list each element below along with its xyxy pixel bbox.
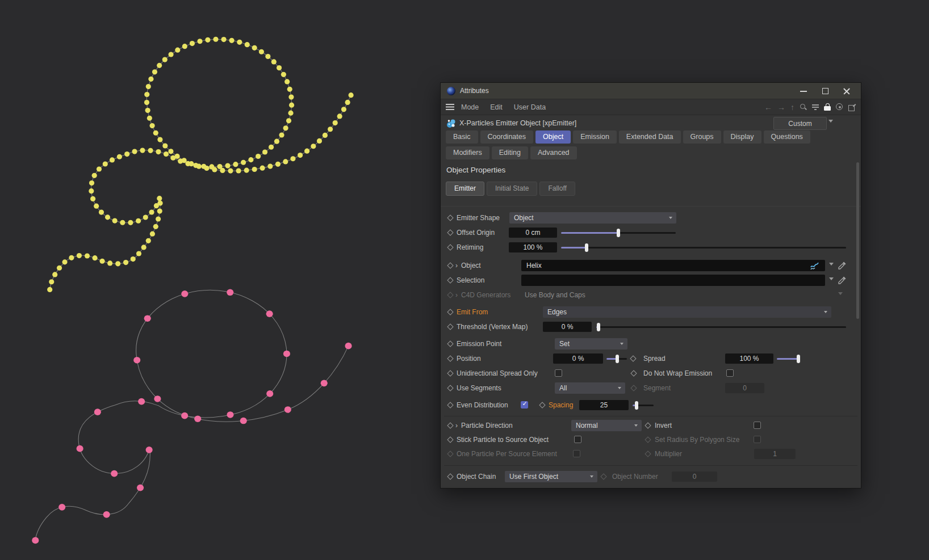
menu-user-data[interactable]: User Data bbox=[514, 103, 546, 111]
tab-row-1: Basic Coordinates Object Emission Extend… bbox=[446, 130, 857, 144]
object-dropdown-icon[interactable] bbox=[829, 263, 834, 266]
spread-input[interactable]: 100 % bbox=[725, 353, 773, 364]
emitter-shape-dropdown[interactable]: Object bbox=[509, 212, 676, 224]
even-distribution-checkbox[interactable] bbox=[521, 401, 528, 409]
offset-origin-input[interactable]: 0 cm bbox=[509, 228, 557, 238]
particle-direction-label: Particle Direction bbox=[461, 418, 513, 433]
use-segments-dropdown[interactable]: All bbox=[555, 382, 625, 394]
subtab-emitter[interactable]: Emitter bbox=[446, 182, 484, 196]
threshold-slider[interactable] bbox=[596, 326, 846, 328]
particle-dot bbox=[162, 57, 168, 62]
param-diamond-icon[interactable] bbox=[447, 385, 453, 391]
expand-arrow-icon[interactable] bbox=[455, 418, 458, 433]
param-diamond-icon[interactable] bbox=[630, 370, 637, 376]
particle-dot bbox=[245, 42, 250, 47]
retiming-input[interactable]: 100 % bbox=[509, 242, 557, 252]
param-diamond-icon[interactable] bbox=[539, 402, 545, 408]
new-window-icon[interactable] bbox=[848, 104, 855, 111]
tab-emission[interactable]: Emission bbox=[573, 130, 617, 144]
param-diamond-icon[interactable] bbox=[447, 262, 453, 268]
param-diamond-icon[interactable] bbox=[645, 422, 651, 428]
target-icon[interactable] bbox=[836, 103, 843, 111]
param-diamond-icon bbox=[645, 450, 651, 457]
param-diamond-icon[interactable] bbox=[447, 229, 453, 235]
spread-slider[interactable] bbox=[777, 358, 798, 360]
tab-object[interactable]: Object bbox=[535, 130, 571, 144]
tab-display[interactable]: Display bbox=[723, 130, 761, 144]
hamburger-menu-icon[interactable] bbox=[446, 104, 454, 110]
back-arrow-icon[interactable]: ← bbox=[764, 103, 772, 111]
tab-modifiers[interactable]: Modifiers bbox=[446, 146, 489, 159]
subtab-falloff[interactable]: Falloff bbox=[539, 182, 575, 196]
tab-basic[interactable]: Basic bbox=[446, 130, 478, 144]
do-not-wrap-checkbox[interactable] bbox=[726, 369, 734, 377]
particle-dot bbox=[323, 133, 328, 138]
spline-curve[interactable] bbox=[35, 290, 348, 540]
particle-dot bbox=[194, 415, 201, 422]
param-diamond-icon[interactable] bbox=[447, 323, 453, 330]
param-diamond-icon[interactable] bbox=[447, 309, 453, 315]
offset-origin-slider[interactable] bbox=[561, 232, 676, 234]
tab-advanced[interactable]: Advanced bbox=[530, 146, 577, 159]
particle-dot bbox=[221, 37, 226, 42]
titlebar[interactable]: Attributes bbox=[441, 83, 861, 99]
param-diamond-icon[interactable] bbox=[447, 473, 453, 479]
position-input[interactable]: 0 % bbox=[553, 353, 603, 364]
up-arrow-icon[interactable]: ↑ bbox=[790, 103, 794, 111]
param-diamond-icon[interactable] bbox=[447, 214, 453, 221]
object-chain-dropdown[interactable]: Use First Object bbox=[505, 471, 597, 482]
tab-coordinates[interactable]: Coordinates bbox=[480, 130, 533, 144]
particle-dot bbox=[153, 224, 158, 229]
menu-edit[interactable]: Edit bbox=[490, 103, 503, 111]
particle-dot bbox=[274, 139, 279, 144]
eyedropper-icon[interactable] bbox=[838, 276, 847, 285]
eyedropper-icon[interactable] bbox=[838, 261, 847, 270]
search-icon[interactable] bbox=[800, 103, 807, 111]
preset-dropdown-icon[interactable] bbox=[828, 120, 833, 123]
expand-arrow-icon[interactable] bbox=[455, 258, 458, 273]
scrollbar[interactable] bbox=[856, 162, 859, 319]
param-diamond-icon[interactable] bbox=[447, 370, 453, 376]
lock-icon[interactable] bbox=[824, 103, 831, 111]
tab-extended-data[interactable]: Extended Data bbox=[619, 130, 681, 144]
forward-arrow-icon[interactable]: → bbox=[777, 103, 785, 111]
menu-mode[interactable]: Mode bbox=[461, 103, 479, 111]
emission-point-dropdown[interactable]: Set bbox=[555, 338, 627, 350]
param-diamond-icon[interactable] bbox=[447, 422, 453, 428]
retiming-slider[interactable] bbox=[561, 247, 846, 249]
minimize-icon[interactable] bbox=[800, 87, 807, 95]
close-icon[interactable] bbox=[843, 87, 851, 95]
maximize-icon[interactable] bbox=[821, 87, 829, 95]
unidirectional-checkbox[interactable] bbox=[555, 369, 562, 377]
stick-particle-checkbox[interactable] bbox=[574, 436, 581, 443]
particle-direction-dropdown[interactable]: Normal bbox=[571, 420, 642, 431]
object-link-field[interactable]: Helix bbox=[521, 260, 825, 271]
particle-dot bbox=[328, 127, 333, 132]
preset-selector[interactable]: Custom bbox=[773, 117, 827, 130]
param-diamond-icon[interactable] bbox=[447, 402, 453, 408]
row-retiming: Retiming 100 % bbox=[441, 240, 861, 255]
tab-editing[interactable]: Editing bbox=[492, 146, 528, 159]
param-diamond-icon[interactable] bbox=[447, 340, 453, 347]
spacing-slider[interactable] bbox=[633, 405, 654, 406]
selection-link-field[interactable] bbox=[521, 275, 825, 286]
filter-icon[interactable] bbox=[812, 104, 819, 110]
param-diamond-icon[interactable] bbox=[447, 277, 453, 283]
subtab-initial-state[interactable]: Initial State bbox=[487, 182, 537, 196]
invert-checkbox[interactable] bbox=[754, 422, 761, 429]
emit-from-dropdown[interactable]: Edges bbox=[543, 306, 831, 318]
spacing-input[interactable]: 25 bbox=[579, 400, 629, 410]
tab-questions[interactable]: Questions bbox=[764, 130, 810, 144]
param-diamond-icon[interactable] bbox=[447, 244, 453, 250]
particle-dot bbox=[236, 168, 241, 173]
param-diamond-icon[interactable] bbox=[630, 355, 636, 361]
tab-groups[interactable]: Groups bbox=[683, 130, 721, 144]
param-diamond-icon[interactable] bbox=[447, 436, 453, 443]
position-slider[interactable] bbox=[606, 358, 627, 360]
particle-dot bbox=[90, 196, 95, 201]
spline-object-icon bbox=[809, 260, 820, 271]
param-diamond-icon[interactable] bbox=[447, 355, 453, 361]
particle-dot bbox=[283, 125, 288, 130]
selection-dropdown-icon[interactable] bbox=[829, 277, 834, 280]
threshold-input[interactable]: 0 % bbox=[543, 322, 592, 332]
